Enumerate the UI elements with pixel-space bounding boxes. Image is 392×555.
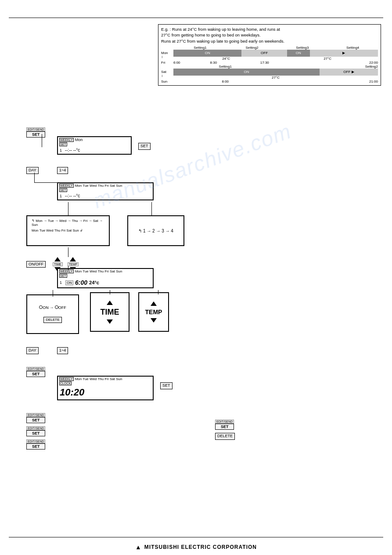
- connector-line-4: [68, 202, 68, 215]
- temp-label: TEMP: [145, 308, 162, 316]
- lcd-display-1: WEEKLY Mon SET 1 --:-- --°c: [57, 136, 132, 155]
- footer: ▲ MITSUBISHI ELECTRIC CORPORATION: [0, 544, 392, 551]
- edit-send-set-top[interactable]: EDIT/SEND SET: [26, 127, 45, 138]
- connector-line-3: [34, 182, 57, 183]
- mitsubishi-logo-icon: ▲: [135, 544, 142, 551]
- lcd-display-3: WEEKLY Mon Tue Wed Thu Fri Sat Sun SET 1…: [57, 268, 154, 288]
- time-up-icon: [54, 257, 61, 261]
- edit-send-set-right[interactable]: EDIT/SEND SET: [215, 420, 234, 430]
- connector-line-6: [68, 247, 68, 257]
- edit-send-set-bottom3[interactable]: EDIT/SEND SET: [26, 439, 45, 450]
- connector-line-9: [110, 290, 110, 294]
- connector-line-5: [151, 202, 152, 215]
- set-button-bottom3[interactable]: SET: [26, 443, 45, 450]
- time-up-large-icon: [107, 301, 113, 305]
- set-button-lower1[interactable]: SET: [26, 371, 45, 377]
- edit-send-set-bottom1[interactable]: EDIT/SEND SET: [26, 413, 45, 423]
- temp-control-box[interactable]: TEMP: [138, 292, 169, 332]
- setting-selector-box: ↰ 1 → 2 → 3 → 4: [127, 215, 184, 246]
- day-selector-box: ↰ Mon → Tue → Wed → Thu → Fri → Sat → Su…: [26, 215, 110, 246]
- example-text: E.g. : Runs at 24°C from waking up to le…: [161, 26, 378, 44]
- delete-button-right[interactable]: DELETE: [215, 433, 235, 440]
- delete-button-on-off[interactable]: DELETE: [43, 317, 61, 323]
- day-button-lower[interactable]: DAY: [26, 347, 39, 354]
- company-name: MITSUBISHI ELECTRIC CORPORATION: [144, 544, 257, 550]
- top-divider: [9, 18, 383, 18]
- temp-up-large-icon: [151, 301, 157, 306]
- connector-line-1: [42, 134, 42, 147]
- set-button-bottom2[interactable]: SET: [26, 430, 45, 436]
- connector-line-2: [34, 173, 35, 182]
- bottom-divider: [9, 537, 383, 537]
- temp-down-large-icon: [151, 318, 157, 323]
- set-button-lcd4[interactable]: SET: [160, 382, 173, 389]
- time-down-large-icon: [107, 319, 113, 324]
- example-box: E.g. : Runs at 24°C from waking up to le…: [158, 24, 381, 86]
- range-button-lower[interactable]: 1~4: [57, 347, 68, 354]
- on-off-button[interactable]: ON/OFF: [26, 261, 46, 268]
- on-off-selector-box: ON → OFF DELETE: [26, 294, 79, 334]
- set-button-lcd1[interactable]: SET: [138, 143, 151, 150]
- connector-line-7: [68, 266, 68, 270]
- set-button-top[interactable]: SET: [26, 131, 45, 138]
- range-button-1[interactable]: 1~4: [57, 167, 68, 174]
- connector-line-10: [158, 290, 158, 294]
- time-control-box[interactable]: TIME: [90, 292, 129, 332]
- time-label: TIME: [101, 308, 119, 317]
- day-button[interactable]: DAY: [26, 167, 39, 174]
- connector-line-8: [53, 290, 53, 297]
- set-button-right[interactable]: SET: [215, 424, 234, 430]
- lcd-display-4: WEEKLY Mon Tue Wed Thu Fri Sat Sun CLOCK…: [57, 376, 154, 400]
- lcd-display-2: WEEKLY Mon Tue Wed Thu Fri Sat Sun SET 1…: [57, 182, 154, 200]
- edit-send-set-bottom2[interactable]: EDIT/SEND SET: [26, 426, 45, 436]
- temp-up-icon: [70, 257, 76, 261]
- set-button-bottom1[interactable]: SET: [26, 417, 45, 423]
- edit-send-set-lower1[interactable]: EDIT/SEND SET: [26, 367, 45, 377]
